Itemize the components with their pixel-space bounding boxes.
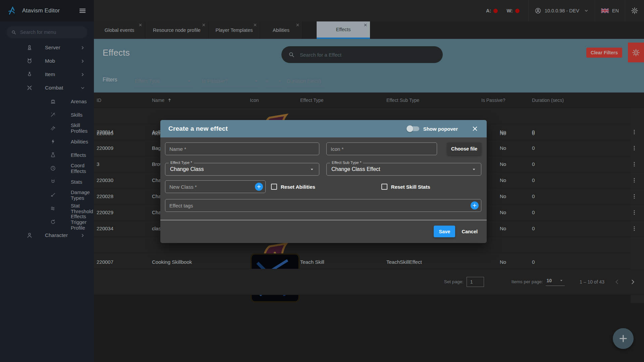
- reset-skill-stats-label: Reset Skill Stats: [391, 184, 430, 190]
- effect-tags-input[interactable]: [169, 203, 468, 208]
- save-button[interactable]: Save: [434, 226, 455, 237]
- checkbox-box: [271, 184, 277, 190]
- add-tag-button[interactable]: [471, 201, 479, 209]
- choose-file-button[interactable]: Choose file: [447, 142, 481, 155]
- checkbox-box: [381, 184, 387, 190]
- modal-row-types: Effect Type * Change Class Effect Sub Ty…: [165, 163, 481, 176]
- modal-title: Create a new effect: [168, 125, 407, 132]
- effect-type-select[interactable]: Effect Type * Change Class: [165, 163, 319, 176]
- icon-field[interactable]: [326, 142, 437, 155]
- new-class-field[interactable]: [165, 180, 266, 193]
- modal-row-name-icon: Choose file: [165, 142, 481, 155]
- name-field[interactable]: [165, 142, 319, 155]
- add-class-button[interactable]: [255, 183, 263, 191]
- caret-down-icon: [472, 167, 476, 172]
- name-input[interactable]: [169, 146, 315, 152]
- reset-skill-stats-checkbox[interactable]: Reset Skill Stats: [381, 184, 430, 190]
- create-effect-modal: Create a new effect Show popover Choose …: [160, 120, 487, 243]
- reset-abilities-label: Reset Abilities: [281, 184, 315, 190]
- modal-header: Create a new effect Show popover: [160, 120, 487, 137]
- toggle-knob: [407, 125, 413, 132]
- new-class-input[interactable]: [169, 184, 253, 190]
- effect-sub-type-value: Change Class Effect: [331, 166, 472, 172]
- modal-footer: Save Cancel: [160, 220, 487, 237]
- modal-row-tags: [165, 199, 481, 212]
- caret-down-icon: [310, 167, 314, 172]
- effect-type-value: Change Class: [170, 166, 310, 172]
- cancel-button[interactable]: Cancel: [462, 229, 478, 234]
- effect-sub-type-select[interactable]: Effect Sub Type * Change Class Effect: [326, 163, 481, 176]
- show-popover-toggle[interactable]: [407, 126, 419, 131]
- plus-icon: [472, 203, 477, 208]
- modal-row-class: Reset Abilities Reset Skill Stats: [165, 180, 481, 193]
- close-icon[interactable]: [472, 126, 478, 132]
- effect-type-label: Effect Type *: [169, 161, 194, 165]
- effect-sub-type-label: Effect Sub Type *: [330, 161, 363, 165]
- show-popover-label: Show popover: [423, 126, 458, 132]
- icon-input[interactable]: [331, 146, 433, 152]
- effect-tags-field[interactable]: [165, 199, 481, 212]
- plus-icon: [257, 184, 261, 189]
- reset-abilities-checkbox[interactable]: Reset Abilities: [271, 184, 315, 190]
